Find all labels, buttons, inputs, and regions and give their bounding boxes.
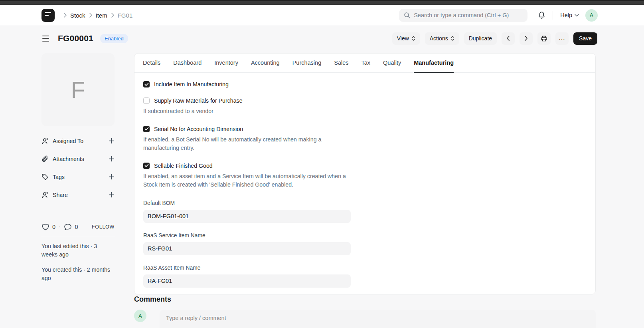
created-note[interactable]: You created this · 2 months ago: [41, 266, 115, 282]
sidebar-item-assigned-to[interactable]: Assigned To: [41, 132, 115, 150]
tab-accounting[interactable]: Accounting: [251, 54, 280, 73]
follow-button[interactable]: FOLLOW: [92, 224, 115, 230]
include-item-in-manufacturing-checkbox[interactable]: [143, 81, 150, 87]
tab-dashboard[interactable]: Dashboard: [173, 54, 201, 73]
checkbox-group-sellable-finished-good: Sellable Finished Good If enabled, an as…: [143, 163, 587, 189]
chevron-right-icon: [524, 36, 528, 41]
last-edited-note[interactable]: You last edited this · 3 weeks ago: [41, 242, 115, 259]
breadcrumb: Stock Item FG01: [63, 12, 132, 19]
select-chevrons-icon: [412, 36, 415, 41]
comment-bubble-icon[interactable]: [64, 223, 72, 231]
checkbox-description: If enabled, a Bot Serial No will be auto…: [143, 135, 355, 153]
navbar: Stock Item FG01 Help A: [0, 5, 644, 26]
raas-asset-item-name-input[interactable]: RA-FG01: [143, 274, 351, 288]
notifications-bell-icon[interactable]: [538, 11, 545, 19]
add-assignment-button[interactable]: [109, 138, 115, 144]
comment-composer: A: [134, 310, 596, 328]
sidebar-toggle-icon[interactable]: [41, 34, 50, 43]
plus-icon: [109, 156, 115, 162]
plus-icon: [109, 138, 115, 144]
raas-service-item-name-input[interactable]: RS-FG01: [143, 242, 351, 255]
view-button[interactable]: View: [392, 32, 420, 45]
tab-details[interactable]: Details: [143, 54, 160, 73]
user-avatar[interactable]: A: [585, 9, 598, 22]
checkbox-group-include-item: Include Item In Manufacturing: [143, 81, 587, 87]
sidebar-item-share[interactable]: Share: [41, 186, 115, 204]
supply-raw-materials-checkbox[interactable]: [143, 97, 150, 104]
check-icon: [144, 164, 149, 167]
help-menu[interactable]: Help: [560, 12, 579, 18]
print-button[interactable]: [537, 32, 551, 45]
tab-manufacturing[interactable]: Manufacturing: [414, 54, 454, 73]
breadcrumb-stock[interactable]: Stock: [70, 12, 85, 19]
actions-button[interactable]: Actions: [425, 32, 459, 45]
checkbox-label[interactable]: Sellable Finished Good: [154, 163, 213, 169]
tab-quality[interactable]: Quality: [383, 54, 401, 73]
save-button[interactable]: Save: [573, 32, 597, 45]
paperclip-icon: [41, 155, 49, 163]
page-title: FG00001: [58, 34, 93, 43]
sidebar-divider: [41, 236, 115, 236]
sidebar-item-label: Tags: [53, 174, 65, 180]
tag-icon: [41, 173, 49, 181]
breadcrumb-current: FG01: [118, 12, 133, 19]
like-count[interactable]: 0: [52, 224, 55, 230]
more-options-button[interactable]: ...: [555, 32, 569, 45]
comment-avatar: A: [134, 310, 146, 322]
item-image-initial: F: [71, 76, 85, 103]
next-document-button[interactable]: [520, 32, 533, 45]
add-tag-button[interactable]: [109, 174, 115, 180]
checkbox-label[interactable]: Include Item In Manufacturing: [154, 81, 229, 87]
sellable-finished-good-checkbox[interactable]: [143, 163, 150, 169]
tab-inventory[interactable]: Inventory: [214, 54, 238, 73]
comment-input[interactable]: [166, 315, 589, 321]
check-icon: [144, 83, 149, 86]
comments-section: Comments A: [134, 295, 596, 328]
ellipsis-icon: ...: [559, 35, 565, 41]
search-icon: [404, 12, 410, 18]
field-label: RaaS Asset Item Name: [143, 265, 587, 271]
chevron-right-icon: [63, 13, 67, 18]
search-input[interactable]: [414, 12, 523, 18]
save-button-label: Save: [579, 35, 592, 42]
sidebar-item-label: Attachments: [53, 156, 84, 162]
default-bom-input[interactable]: BOM-FG01-001: [143, 210, 351, 223]
duplicate-button[interactable]: Duplicate: [464, 32, 497, 45]
document-follow-row: 0 · 0 FOLLOW: [41, 223, 115, 231]
header-actions: View Actions Duplicate ... Save: [392, 32, 597, 45]
previous-document-button[interactable]: [502, 32, 515, 45]
page-header: FG00001 Enabled View Actions Duplicate .…: [41, 31, 597, 46]
add-attachment-button[interactable]: [109, 156, 115, 162]
heart-icon[interactable]: [41, 223, 49, 231]
sidebar-menu: Assigned To Attachments Tags: [41, 132, 115, 204]
comment-count[interactable]: 0: [75, 224, 78, 230]
tab-tax[interactable]: Tax: [362, 54, 371, 73]
navbar-divider: [553, 11, 553, 20]
sidebar-item-tags[interactable]: Tags: [41, 168, 115, 186]
document-sidebar: F Assigned To Attachments Tags: [41, 53, 115, 289]
field-label: RaaS Service Item Name: [143, 233, 587, 239]
global-search[interactable]: [399, 9, 527, 22]
add-share-button[interactable]: [109, 192, 115, 198]
help-label: Help: [560, 12, 572, 18]
breadcrumb-item[interactable]: Item: [96, 12, 107, 19]
printer-icon: [541, 35, 547, 42]
plus-icon: [109, 174, 115, 180]
checkbox-label[interactable]: Serial No for Accounting Dimension: [154, 126, 243, 132]
field-label: Default BOM: [143, 200, 587, 206]
checkbox-label[interactable]: Supply Raw Materials for Purchase: [154, 97, 243, 104]
plus-icon: [109, 192, 115, 198]
comments-heading: Comments: [134, 295, 596, 304]
sidebar-item-attachments[interactable]: Attachments: [41, 150, 115, 168]
sidebar-item-label: Share: [53, 192, 68, 198]
tab-purchasing[interactable]: Purchasing: [292, 54, 322, 73]
tab-sales[interactable]: Sales: [334, 54, 348, 73]
comment-input-box[interactable]: [160, 310, 596, 328]
app-logo[interactable]: [41, 9, 55, 22]
checkbox-group-supply-raw-materials: Supply Raw Materials for Purchase If sub…: [143, 97, 587, 116]
check-icon: [144, 127, 149, 131]
item-image-placeholder[interactable]: F: [41, 53, 115, 126]
serial-no-accounting-dimension-checkbox[interactable]: [143, 126, 150, 132]
duplicate-button-label: Duplicate: [469, 35, 492, 42]
field-default-bom: Default BOM BOM-FG01-001: [143, 200, 587, 223]
